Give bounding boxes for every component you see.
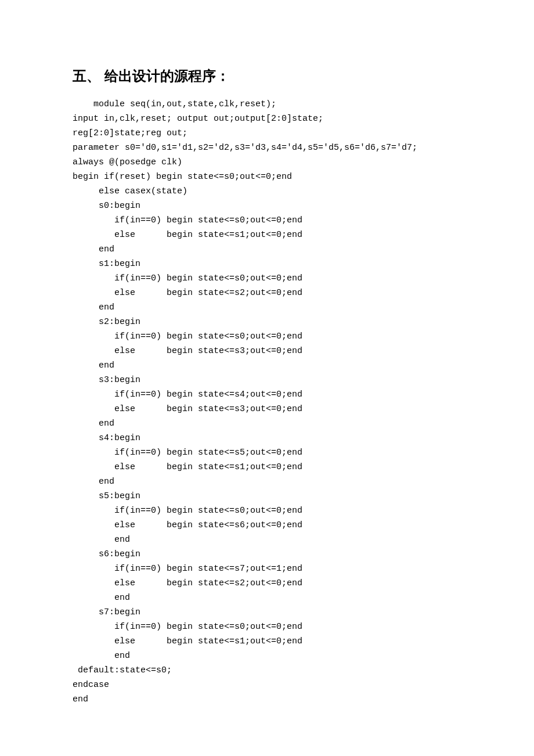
section-heading: 五、 给出设计的源程序： bbox=[73, 67, 467, 85]
source-code-block: module seq(in,out,state,clk,reset); inpu… bbox=[73, 97, 467, 707]
document-page: 五、 给出设计的源程序： module seq(in,out,state,clk… bbox=[0, 0, 534, 756]
